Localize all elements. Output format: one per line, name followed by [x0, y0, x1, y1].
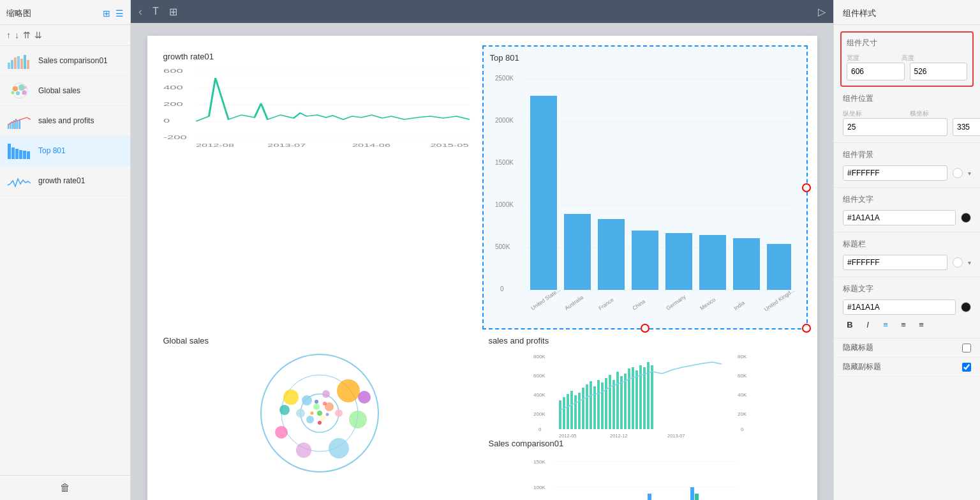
- sidebar-item-label-sales-comparison01: Sales comparison01: [38, 56, 108, 65]
- svg-rect-55: [598, 219, 625, 290]
- growth-rate-chart-area: 600 400 200 0 -200 2012: [163, 65, 476, 148]
- title-text-color-input[interactable]: [843, 299, 956, 315]
- sidebar-item-sales-comparison01[interactable]: Sales comparison01: [0, 46, 130, 76]
- title-bar-color-input[interactable]: [843, 255, 947, 270]
- sort-down-icon[interactable]: ↓: [15, 30, 19, 40]
- svg-point-85: [275, 426, 288, 439]
- svg-rect-104: [559, 400, 561, 429]
- title-bar-section: 标题栏 ▾: [834, 232, 980, 277]
- toolbar: ‹ T ⊞ ▷: [131, 0, 833, 23]
- sidebar-item-label-growth-rate01: growth rate01: [38, 176, 85, 185]
- title-bar-dropdown-icon[interactable]: ▾: [968, 259, 971, 266]
- background-dropdown-icon[interactable]: ▾: [968, 170, 971, 177]
- svg-rect-128: [651, 365, 653, 429]
- chart-right-column: sales and profits 800K 600K 400K 200K 0 …: [482, 330, 808, 500]
- svg-point-84: [296, 443, 311, 458]
- sales-comparison-chart-area: 150K 100K 50K 0: [489, 452, 801, 500]
- image-tool-icon[interactable]: ⊞: [169, 6, 177, 18]
- present-icon[interactable]: ▷: [818, 6, 826, 18]
- svg-rect-123: [632, 367, 634, 429]
- svg-text:2000K: 2000K: [495, 117, 514, 124]
- text-tool-icon[interactable]: T: [152, 6, 159, 17]
- hide-subtitle-checkbox[interactable]: [962, 363, 971, 372]
- text-color-dot[interactable]: [961, 213, 971, 223]
- svg-text:2012-08: 2012-08: [196, 142, 234, 148]
- sidebar-item-growth-rate01[interactable]: growth rate01: [0, 166, 130, 196]
- background-color-input[interactable]: [843, 165, 947, 181]
- grid-icon[interactable]: ⊞: [103, 8, 110, 19]
- svg-point-87: [358, 391, 371, 404]
- sort-bottom-icon[interactable]: ⇊: [34, 30, 42, 40]
- sidebar-item-global-sales[interactable]: Global sales: [0, 76, 130, 106]
- svg-text:Germany: Germany: [665, 293, 687, 312]
- hide-subtitle-label: 隐藏副标题: [843, 361, 881, 372]
- svg-rect-107: [570, 391, 573, 429]
- svg-rect-19: [17, 121, 19, 129]
- width-label: 宽度: [847, 54, 865, 63]
- x-input[interactable]: [843, 118, 947, 136]
- svg-rect-105: [563, 397, 565, 429]
- svg-point-11: [22, 91, 27, 95]
- sort-up-icon[interactable]: ↑: [6, 30, 11, 40]
- position-inputs: [843, 118, 971, 136]
- main-area: ‹ T ⊞ ▷ growth rate01 600 400 200 0 -200: [131, 0, 833, 500]
- text-color-input[interactable]: [843, 210, 956, 225]
- svg-text:1500K: 1500K: [495, 159, 514, 166]
- svg-rect-150: [690, 487, 694, 500]
- svg-rect-110: [582, 388, 584, 429]
- sales-profits-chart-area: 800K 600K 400K 200K 0 80K 60K 40K 20K 0: [489, 349, 801, 432]
- hide-title-checkbox[interactable]: [962, 344, 971, 352]
- background-section-title: 组件背景: [843, 149, 971, 160]
- delete-icon[interactable]: 🗑: [60, 482, 70, 494]
- svg-point-73: [322, 390, 330, 398]
- svg-text:400: 400: [163, 84, 183, 91]
- thumb-top-801: [6, 141, 33, 160]
- svg-text:France: France: [597, 296, 615, 312]
- title-bar-color-dot[interactable]: [953, 257, 963, 268]
- resize-handle-mid-right[interactable]: [802, 183, 811, 192]
- align-left-button[interactable]: ≡: [879, 317, 893, 331]
- list-icon[interactable]: ☰: [115, 8, 124, 19]
- svg-text:100K: 100K: [533, 485, 546, 490]
- svg-text:500K: 500K: [495, 243, 510, 250]
- svg-point-10: [16, 91, 20, 95]
- growth-rate-title: growth rate01: [163, 52, 476, 61]
- align-center-button[interactable]: ≡: [896, 317, 910, 331]
- sidebar: 缩略图 ⊞ ☰ ↑ ↓ ⇈ ⇊ Sales com: [0, 0, 131, 500]
- svg-rect-23: [15, 149, 19, 159]
- italic-button[interactable]: I: [861, 317, 875, 331]
- svg-rect-120: [620, 376, 623, 429]
- svg-rect-124: [635, 370, 638, 429]
- svg-text:150K: 150K: [533, 459, 546, 465]
- back-icon[interactable]: ‹: [138, 5, 142, 19]
- title-text-color-dot[interactable]: [961, 302, 971, 312]
- svg-rect-122: [628, 368, 630, 429]
- top-801-chart-area: 2500K 2000K 1500K 1000K 500K 0: [490, 66, 800, 322]
- size-section-title: 组件尺寸: [847, 38, 967, 49]
- title-bar-section-title: 标题栏: [843, 239, 971, 250]
- sort-top-icon[interactable]: ⇈: [23, 30, 31, 40]
- svg-text:Mexico: Mexico: [699, 296, 716, 312]
- svg-point-92: [325, 413, 329, 416]
- svg-rect-108: [574, 395, 577, 429]
- svg-text:200K: 200K: [533, 411, 546, 417]
- svg-point-90: [317, 411, 322, 416]
- svg-point-86: [279, 405, 290, 415]
- thumb-sales-and-profits: [6, 111, 33, 130]
- sidebar-item-top-801[interactable]: Top 801: [0, 136, 130, 166]
- align-right-button[interactable]: ≡: [914, 317, 928, 331]
- sales-comparison-title: Sales comparison01: [489, 439, 801, 448]
- width-input[interactable]: [847, 63, 905, 80]
- svg-text:Australia: Australia: [563, 294, 584, 311]
- height-input[interactable]: [910, 63, 968, 80]
- svg-rect-126: [643, 367, 646, 429]
- background-section: 组件背景 ▾: [834, 143, 980, 188]
- chart-top-801[interactable]: Top 801 2500K 2000K 1500K 1000K 500K 0: [482, 45, 808, 330]
- bold-button[interactable]: B: [843, 317, 857, 331]
- svg-point-91: [310, 412, 313, 415]
- svg-rect-115: [601, 383, 604, 429]
- svg-rect-25: [23, 151, 26, 159]
- y-input[interactable]: [953, 118, 980, 136]
- background-color-dot[interactable]: [953, 168, 963, 178]
- sidebar-item-sales-and-profits[interactable]: sales and profits: [0, 106, 130, 136]
